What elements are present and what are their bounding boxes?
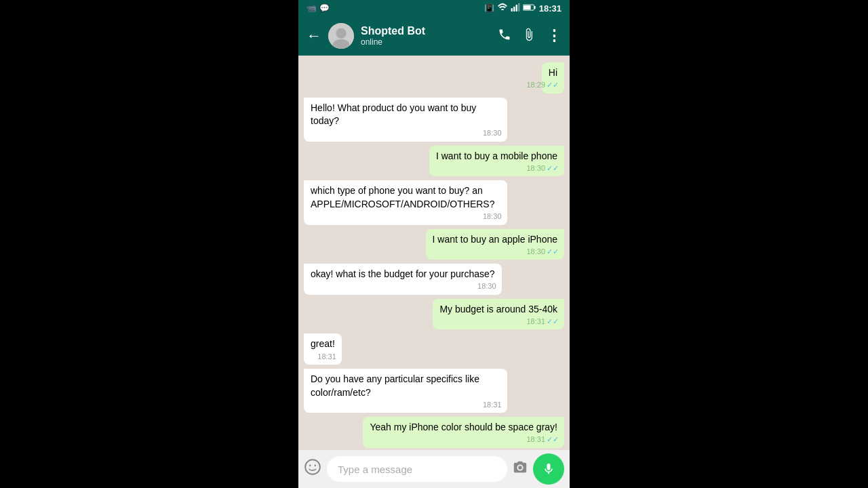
message-bubble: My budget is around 35-40k 18:31 ✓✓: [433, 299, 564, 330]
message-bubble: Do you have any particular specifics lik…: [304, 369, 507, 413]
input-placeholder: Type a message: [338, 464, 412, 475]
read-tick: ✓✓: [547, 434, 559, 445]
read-tick: ✓✓: [547, 163, 559, 174]
svg-rect-0: [511, 8, 512, 12]
back-button[interactable]: ←: [307, 27, 321, 45]
message-meta: 18:31 ✓✓: [526, 434, 559, 445]
message-text: I want to buy an apple iPhone: [433, 234, 557, 245]
message-time: 18:29: [526, 80, 545, 90]
message-time: 18:30: [526, 247, 545, 257]
message-time: 18:31: [526, 317, 545, 327]
message-bubble: Yeah my iPhone color should be space gra…: [363, 417, 564, 448]
message-meta: 18:30: [483, 128, 502, 138]
read-tick: ✓✓: [547, 247, 559, 257]
input-area: Type a message: [298, 450, 570, 488]
message-text: which type of phone you want to buy? an …: [311, 185, 494, 209]
camera-button[interactable]: [513, 460, 528, 479]
message-row: I want to buy an apple iPhone 18:30 ✓✓: [304, 229, 564, 260]
more-options-icon[interactable]: ⋮: [547, 27, 561, 45]
message-row: Yeah my iPhone color should be space gra…: [304, 417, 564, 448]
contact-status: online: [361, 37, 491, 47]
emoji-button[interactable]: [304, 458, 321, 480]
message-text: Do you have any particular specifics lik…: [311, 373, 479, 398]
message-text: Yeah my iPhone color should be space gra…: [370, 422, 557, 432]
message-bubble: I want to buy a mobile phone 18:30 ✓✓: [429, 146, 564, 177]
message-row: okay! what is the budget for your purcha…: [304, 264, 564, 295]
message-time: 18:30: [526, 163, 545, 174]
message-meta: 18:31: [483, 400, 502, 410]
signal-icon: [511, 2, 520, 15]
header-actions: ⋮: [498, 27, 561, 45]
svg-rect-3: [518, 3, 519, 11]
video-icon: 📹: [307, 3, 317, 13]
message-row: Hello! What product do you want to buy t…: [304, 98, 564, 142]
svg-rect-6: [524, 5, 531, 9]
message-row: great! 18:31: [304, 333, 564, 365]
message-bubble: Hello! What product do you want to buy t…: [304, 98, 507, 142]
message-time: 18:30: [477, 281, 496, 291]
read-tick: ✓✓: [547, 80, 559, 90]
svg-rect-2: [515, 4, 517, 11]
svg-point-11: [309, 465, 311, 467]
message-text: I want to buy a mobile phone: [436, 150, 557, 161]
message-meta: 18:31: [317, 352, 336, 362]
message-bubble: Hi 18:29 ✓✓: [542, 62, 564, 94]
message-text: Hello! What product do you want to buy t…: [311, 102, 476, 127]
message-bubble: which type of phone you want to buy? an …: [304, 180, 507, 224]
message-text: Hi: [549, 67, 557, 78]
message-meta: 18:30 ✓✓: [526, 163, 559, 174]
message-time: 18:30: [483, 128, 502, 138]
message-bubble: I want to buy an apple iPhone 18:30 ✓✓: [426, 229, 564, 260]
message-meta: 18:30: [477, 281, 496, 291]
svg-point-10: [305, 460, 320, 474]
message-meta: 18:29 ✓✓: [526, 80, 559, 90]
message-meta: 18:30: [483, 211, 502, 222]
status-left: 📹 💬: [307, 3, 330, 13]
phone-container: 📹 💬 📳: [298, 0, 570, 488]
attachment-icon[interactable]: [522, 28, 536, 45]
message-time: 18:31: [526, 434, 545, 445]
message-time: 18:31: [317, 352, 336, 362]
svg-point-12: [314, 465, 316, 467]
message-text: okay! what is the budget for your purcha…: [311, 268, 495, 279]
wifi-icon: [497, 2, 508, 15]
contact-name: Shopted Bot: [361, 25, 491, 37]
battery-icon: [523, 3, 536, 14]
chat-header: ← Shopted Bot online ⋮: [298, 16, 570, 56]
message-row: My budget is around 35-40k 18:31 ✓✓: [304, 299, 564, 330]
message-row: Hi 18:29 ✓✓: [304, 62, 564, 94]
svg-rect-1: [513, 6, 515, 11]
status-right: 📳 18:31: [484, 2, 561, 15]
time-display: 18:31: [539, 3, 561, 14]
message-text: My budget is around 35-40k: [439, 304, 557, 314]
phone-call-icon[interactable]: [498, 28, 511, 45]
message-bubble: okay! what is the budget for your purcha…: [304, 264, 502, 295]
vibrate-icon: 📳: [484, 3, 494, 13]
message-row: Do you have any particular specifics lik…: [304, 369, 564, 413]
mic-button[interactable]: [533, 453, 564, 485]
message-time: 18:30: [483, 211, 502, 222]
message-row: I want to buy a mobile phone 18:30 ✓✓: [304, 146, 564, 177]
message-text: great!: [311, 338, 335, 349]
read-tick: ✓✓: [547, 317, 559, 327]
message-input[interactable]: Type a message: [327, 456, 507, 482]
message-meta: 18:30 ✓✓: [526, 247, 559, 257]
svg-point-8: [336, 28, 346, 39]
contact-info: Shopted Bot online: [361, 25, 491, 47]
contact-avatar: [328, 23, 354, 49]
svg-point-13: [518, 466, 522, 470]
status-bar: 📹 💬 📳: [298, 0, 570, 16]
chat-icon: 💬: [319, 3, 330, 13]
svg-rect-5: [534, 6, 535, 9]
chat-area: Hi 18:29 ✓✓ Hello! What product do you w…: [298, 56, 570, 450]
message-bubble: great! 18:31: [304, 333, 342, 365]
message-meta: 18:31 ✓✓: [526, 317, 559, 327]
message-time: 18:31: [483, 400, 502, 410]
message-row: which type of phone you want to buy? an …: [304, 180, 564, 224]
